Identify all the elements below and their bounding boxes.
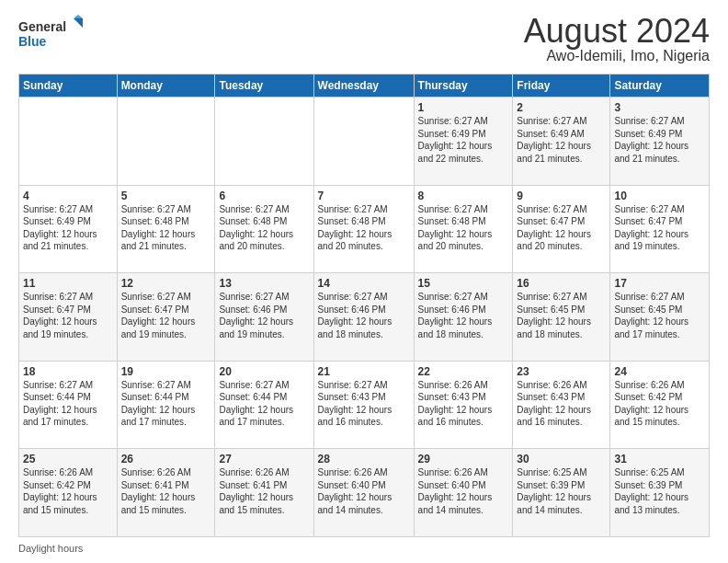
calendar-cell: 25Sunrise: 6:26 AMSunset: 6:42 PMDayligh… (19, 449, 118, 537)
calendar-cell: 15Sunrise: 6:27 AMSunset: 6:46 PMDayligh… (414, 273, 513, 362)
calendar-week-5: 25Sunrise: 6:26 AMSunset: 6:42 PMDayligh… (19, 449, 710, 537)
day-info: Sunrise: 6:27 AMSunset: 6:44 PMDaylight:… (23, 379, 113, 429)
day-number: 14 (318, 277, 410, 290)
calendar-cell: 8Sunrise: 6:27 AMSunset: 6:48 PMDaylight… (414, 185, 513, 273)
calendar-week-3: 11Sunrise: 6:27 AMSunset: 6:47 PMDayligh… (19, 273, 710, 362)
calendar-cell: 14Sunrise: 6:27 AMSunset: 6:46 PMDayligh… (313, 273, 414, 362)
calendar-cell: 13Sunrise: 6:27 AMSunset: 6:46 PMDayligh… (215, 273, 313, 362)
day-number: 10 (614, 190, 705, 202)
day-number: 17 (614, 277, 705, 290)
day-number: 3 (614, 101, 705, 114)
day-number: 1 (418, 101, 509, 114)
calendar-cell: 5Sunrise: 6:27 AMSunset: 6:48 PMDaylight… (117, 185, 215, 273)
day-info: Sunrise: 6:27 AMSunset: 6:47 PMDaylight:… (23, 291, 113, 340)
day-number: 30 (517, 453, 606, 465)
page-title: August 2024 (524, 15, 710, 48)
svg-marker-3 (74, 15, 83, 18)
calendar-cell: 6Sunrise: 6:27 AMSunset: 6:48 PMDaylight… (215, 185, 313, 273)
day-info: Sunrise: 6:27 AMSunset: 6:47 PMDaylight:… (517, 203, 606, 253)
calendar-header: Sunday Monday Tuesday Wednesday Thursday… (19, 75, 710, 98)
day-info: Sunrise: 6:26 AMSunset: 6:43 PMDaylight:… (418, 379, 509, 429)
day-info: Sunrise: 6:27 AMSunset: 6:44 PMDaylight:… (121, 379, 211, 429)
calendar-cell: 2Sunrise: 6:27 AMSunset: 6:49 AMDaylight… (513, 98, 610, 186)
day-info: Sunrise: 6:26 AMSunset: 6:42 PMDaylight:… (614, 379, 705, 429)
header: General Blue August 2024 Awo-Idemili, Im… (18, 15, 710, 64)
calendar-cell: 23Sunrise: 6:26 AMSunset: 6:43 PMDayligh… (513, 361, 610, 449)
calendar-cell (313, 98, 414, 186)
calendar-cell (117, 98, 215, 186)
day-number: 16 (517, 277, 606, 290)
calendar-cell: 28Sunrise: 6:26 AMSunset: 6:40 PMDayligh… (313, 449, 414, 537)
day-number: 19 (121, 365, 211, 378)
col-sunday: Sunday (19, 75, 118, 98)
calendar-cell: 9Sunrise: 6:27 AMSunset: 6:47 PMDaylight… (513, 185, 610, 273)
day-info: Sunrise: 6:27 AMSunset: 6:45 PMDaylight:… (614, 291, 705, 340)
calendar-week-2: 4Sunrise: 6:27 AMSunset: 6:49 PMDaylight… (19, 185, 710, 273)
title-block: August 2024 Awo-Idemili, Imo, Nigeria (524, 15, 710, 64)
day-number: 9 (517, 190, 606, 202)
col-wednesday: Wednesday (313, 75, 414, 98)
day-info: Sunrise: 6:25 AMSunset: 6:39 PMDaylight:… (614, 466, 705, 516)
day-info: Sunrise: 6:27 AMSunset: 6:47 PMDaylight:… (121, 291, 211, 340)
col-tuesday: Tuesday (215, 75, 313, 98)
calendar-cell: 24Sunrise: 6:26 AMSunset: 6:42 PMDayligh… (610, 361, 710, 449)
day-info: Sunrise: 6:27 AMSunset: 6:49 PMDaylight:… (418, 115, 509, 165)
day-number: 8 (418, 190, 509, 202)
day-number: 18 (23, 365, 113, 378)
calendar-cell: 30Sunrise: 6:25 AMSunset: 6:39 PMDayligh… (513, 449, 610, 537)
calendar-cell: 12Sunrise: 6:27 AMSunset: 6:47 PMDayligh… (117, 273, 215, 362)
page-subtitle: Awo-Idemili, Imo, Nigeria (524, 48, 710, 64)
day-info: Sunrise: 6:27 AMSunset: 6:48 PMDaylight:… (418, 203, 509, 253)
day-number: 25 (23, 453, 113, 465)
calendar-cell: 19Sunrise: 6:27 AMSunset: 6:44 PMDayligh… (117, 361, 215, 449)
day-number: 31 (614, 453, 705, 465)
calendar-cell: 31Sunrise: 6:25 AMSunset: 6:39 PMDayligh… (610, 449, 710, 537)
calendar-cell: 17Sunrise: 6:27 AMSunset: 6:45 PMDayligh… (610, 273, 710, 362)
calendar-cell: 10Sunrise: 6:27 AMSunset: 6:47 PMDayligh… (610, 185, 710, 273)
header-row: Sunday Monday Tuesday Wednesday Thursday… (19, 75, 710, 98)
calendar-cell: 3Sunrise: 6:27 AMSunset: 6:49 PMDaylight… (610, 98, 710, 186)
day-number: 15 (418, 277, 509, 290)
day-info: Sunrise: 6:27 AMSunset: 6:46 PMDaylight:… (219, 291, 309, 340)
day-info: Sunrise: 6:26 AMSunset: 6:41 PMDaylight:… (121, 466, 211, 516)
calendar-table: Sunday Monday Tuesday Wednesday Thursday… (18, 74, 710, 537)
day-info: Sunrise: 6:27 AMSunset: 6:48 PMDaylight:… (121, 203, 211, 253)
calendar-cell: 16Sunrise: 6:27 AMSunset: 6:45 PMDayligh… (513, 273, 610, 362)
calendar-cell: 4Sunrise: 6:27 AMSunset: 6:49 PMDaylight… (19, 185, 118, 273)
calendar-cell: 7Sunrise: 6:27 AMSunset: 6:48 PMDaylight… (313, 185, 414, 273)
calendar-week-1: 1Sunrise: 6:27 AMSunset: 6:49 PMDaylight… (19, 98, 710, 186)
day-number: 28 (318, 453, 410, 465)
day-number: 5 (121, 190, 211, 202)
day-info: Sunrise: 6:26 AMSunset: 6:42 PMDaylight:… (23, 466, 113, 516)
day-info: Sunrise: 6:27 AMSunset: 6:48 PMDaylight:… (318, 203, 410, 253)
day-number: 27 (219, 453, 309, 465)
calendar-week-4: 18Sunrise: 6:27 AMSunset: 6:44 PMDayligh… (19, 361, 710, 449)
day-info: Sunrise: 6:27 AMSunset: 6:45 PMDaylight:… (517, 291, 606, 340)
footer-label: Daylight hours (18, 543, 83, 554)
page: General Blue August 2024 Awo-Idemili, Im… (0, 0, 728, 563)
svg-text:General: General (18, 19, 66, 34)
day-info: Sunrise: 6:26 AMSunset: 6:40 PMDaylight:… (418, 466, 509, 516)
day-number: 23 (517, 365, 606, 378)
day-info: Sunrise: 6:26 AMSunset: 6:43 PMDaylight:… (517, 379, 606, 429)
footer: Daylight hours (18, 543, 710, 554)
day-info: Sunrise: 6:27 AMSunset: 6:47 PMDaylight:… (614, 203, 705, 253)
day-info: Sunrise: 6:26 AMSunset: 6:40 PMDaylight:… (318, 466, 410, 516)
svg-marker-2 (74, 18, 83, 28)
day-number: 6 (219, 190, 309, 202)
day-info: Sunrise: 6:27 AMSunset: 6:46 PMDaylight:… (318, 291, 410, 340)
day-info: Sunrise: 6:27 AMSunset: 6:49 PMDaylight:… (23, 203, 113, 253)
day-number: 24 (614, 365, 705, 378)
calendar-cell: 1Sunrise: 6:27 AMSunset: 6:49 PMDaylight… (414, 98, 513, 186)
day-number: 7 (318, 190, 410, 202)
col-friday: Friday (513, 75, 610, 98)
calendar-cell: 20Sunrise: 6:27 AMSunset: 6:44 PMDayligh… (215, 361, 313, 449)
day-number: 13 (219, 277, 309, 290)
calendar-cell (19, 98, 118, 186)
day-info: Sunrise: 6:27 AMSunset: 6:48 PMDaylight:… (219, 203, 309, 253)
col-monday: Monday (117, 75, 215, 98)
calendar-cell: 18Sunrise: 6:27 AMSunset: 6:44 PMDayligh… (19, 361, 118, 449)
col-thursday: Thursday (414, 75, 513, 98)
day-number: 11 (23, 277, 113, 290)
calendar-body: 1Sunrise: 6:27 AMSunset: 6:49 PMDaylight… (19, 98, 710, 537)
